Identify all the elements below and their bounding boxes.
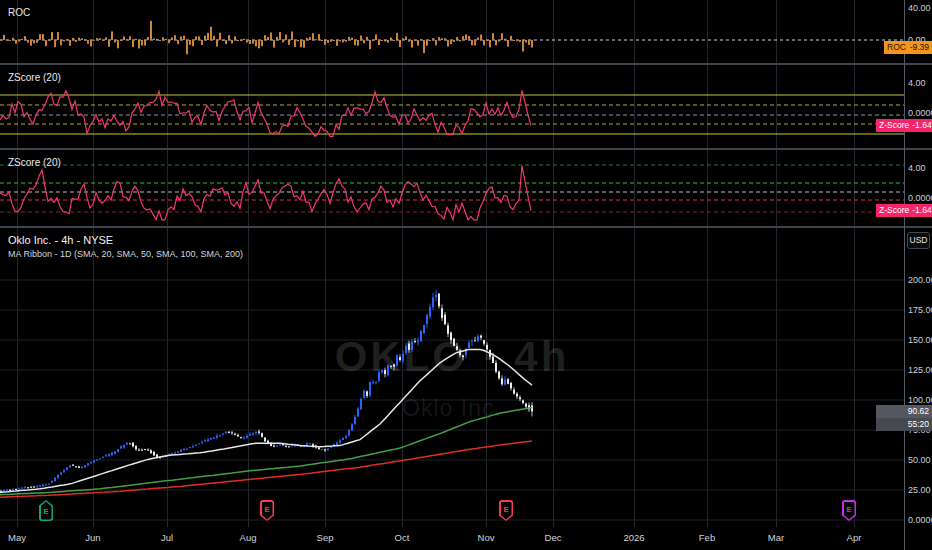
main-pane-plot — [0, 228, 904, 527]
zscore-pane1-plot — [0, 65, 904, 148]
time-axis[interactable]: MayJunJulAugSepOctNovDec2026FebMarApr — [0, 527, 932, 550]
time-axis-label: Aug — [240, 532, 257, 543]
tradingview-chart-window: OKLO · 4h Oklo Inc. ROC ZScore (20) ZSco… — [0, 0, 932, 550]
bar-countdown-badge: 55:20 — [876, 418, 932, 431]
axis-label: 0.0000 — [908, 193, 932, 203]
time-axis-label: Oct — [395, 532, 410, 543]
earnings-marker-letter: E — [39, 507, 53, 516]
main-legend: Oklo Inc. - 4h - NYSE MA Ribbon - 1D (SM… — [8, 234, 243, 259]
time-axis-label: 2026 — [623, 532, 644, 543]
roc-value-badge: ROC-9.39 — [884, 41, 932, 54]
time-axis-label: Feb — [699, 532, 715, 543]
time-axis-label: May — [8, 532, 26, 543]
pane-separator[interactable] — [0, 63, 932, 65]
time-axis-label: Nov — [478, 532, 495, 543]
axis-label: 0.0000 — [908, 108, 932, 118]
earnings-marker-icon[interactable]: E — [39, 500, 53, 521]
pane-separator[interactable] — [0, 148, 932, 150]
zscore2-legend[interactable]: ZScore (20) — [8, 157, 61, 168]
pane-separator[interactable] — [0, 226, 932, 228]
axis-label: 4.00 — [908, 78, 926, 88]
zscore1-legend[interactable]: ZScore (20) — [8, 72, 61, 83]
ma-ribbon-legend[interactable]: MA Ribbon - 1D (SMA, 20, SMA, 50, SMA, 1… — [8, 249, 243, 259]
roc-legend[interactable]: ROC — [8, 7, 30, 18]
axis-label: 175.00 — [908, 305, 932, 315]
zscore2-level-lines — [0, 165, 904, 212]
earnings-marker-icon[interactable]: E — [842, 500, 856, 521]
time-axis-label: Jun — [85, 532, 100, 543]
earnings-marker-letter: E — [842, 505, 856, 514]
zscore-pane2-plot — [0, 150, 904, 226]
last-price-badge: 90.62 — [876, 405, 932, 418]
earnings-marker-icon[interactable]: E — [499, 500, 513, 521]
axis-label: 150.00 — [908, 335, 932, 345]
time-axis-label: Jul — [161, 532, 173, 543]
roc-pane-plot — [0, 0, 904, 63]
time-axis-label: Mar — [768, 532, 784, 543]
sma20-line — [0, 350, 532, 493]
candle-wicks — [1, 290, 532, 492]
candle-bodies — [0, 294, 533, 492]
symbol-title[interactable]: Oklo Inc. - 4h - NYSE — [8, 234, 243, 246]
earnings-marker-letter: E — [499, 505, 513, 514]
earnings-marker-icon[interactable]: E — [260, 500, 274, 521]
axis-label: 0.0000 — [908, 515, 932, 525]
roc-histogram — [0, 21, 533, 54]
currency-toggle-button[interactable]: USD — [907, 232, 930, 249]
axis-label: 125.00 — [908, 365, 932, 375]
earnings-marker-letter: E — [260, 505, 274, 514]
axis-label: 100.00 — [908, 395, 932, 405]
sma50-line — [0, 408, 532, 495]
time-axis-label: Sep — [317, 532, 334, 543]
zscore1-level-lines — [0, 95, 904, 134]
axis-label: 50.00 — [908, 455, 931, 465]
time-axis-label: Apr — [847, 532, 862, 543]
axis-label: 4.00 — [908, 163, 926, 173]
zscore2-value-badge: Z-Score-1.64 — [876, 204, 932, 217]
axis-label: 40.00 — [908, 3, 931, 13]
axis-label: 200.00 — [908, 275, 932, 285]
time-axis-label: Dec — [545, 532, 562, 543]
axis-label: 25.00 — [908, 485, 931, 495]
zscore1-value-badge: Z-Score-1.64 — [876, 119, 932, 132]
zscore1-line — [0, 91, 531, 137]
